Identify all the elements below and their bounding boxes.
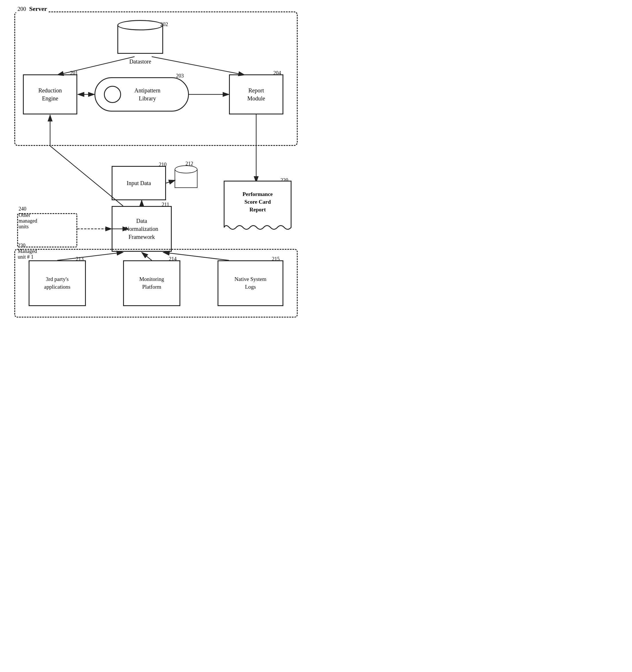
datastore-num-label: 202 (160, 21, 168, 27)
datastore-label: Datastore (130, 58, 151, 65)
native-logs-label: Native SystemLogs (234, 275, 266, 291)
svg-text:Performance: Performance (242, 191, 273, 197)
reduction-engine-box: ReductionEngine (23, 74, 77, 115)
reduction-num-label: 201 (70, 70, 78, 76)
antipattern-num-label: 203 (176, 73, 184, 79)
third-party-box: 3rd party'sapplications (29, 260, 86, 306)
monitoring-label: MonitoringPlatform (139, 275, 164, 291)
monitoring-num-label: 214 (169, 256, 177, 262)
svg-text:Report: Report (250, 207, 266, 213)
pill-inner-circle (104, 86, 121, 103)
other-managed-label: Other (19, 212, 30, 218)
report-num-label: 204 (273, 70, 281, 76)
dnf-num-label: 211 (162, 202, 169, 208)
antipattern-pill: AntipatternLibrary (94, 77, 189, 112)
dnf-box: DataNormalizationFramework (112, 206, 172, 252)
antipattern-wrap: AntipatternLibrary (94, 77, 189, 112)
diagram-container: 200 Server Datastore 202 ReductionEngine… (0, 0, 316, 336)
other-managed-label3: units (19, 224, 29, 230)
perf-svg: Performance Score Card Report (223, 180, 292, 237)
native-logs-box: Native SystemLogs (217, 260, 283, 306)
small-cyl-num-label: 212 (186, 161, 193, 167)
other-managed-label2: managed (19, 218, 37, 224)
server-label: 200 Server (16, 5, 49, 13)
native-num-label: 215 (272, 256, 280, 262)
third-party-label: 3rd party'sapplications (44, 275, 70, 291)
datastore-cylinder (117, 20, 163, 57)
reduction-engine-label: ReductionEngine (38, 87, 62, 102)
small-cylinder-wrap (174, 165, 197, 191)
managed-unit-label2: unit # 1 (18, 254, 33, 260)
other-managed-num-label: 240 (19, 206, 26, 212)
managed-unit-label: Managed (18, 248, 37, 254)
antipattern-label: AntipatternLibrary (134, 87, 160, 102)
monitoring-box: MonitoringPlatform (123, 260, 180, 306)
svg-line-7 (166, 180, 175, 183)
server-title: Server (29, 5, 47, 12)
third-party-num-label: 213 (76, 256, 84, 262)
input-data-label: Input Data (127, 180, 151, 187)
svg-text:Score Card: Score Card (244, 199, 271, 205)
report-module-box: ReportModule (229, 74, 283, 115)
input-num-label: 210 (159, 162, 167, 168)
dnf-label: DataNormalizationFramework (125, 217, 158, 241)
input-data-box: Input Data (112, 166, 166, 200)
small-cylinder (174, 165, 197, 191)
server-num: 200 (18, 6, 26, 12)
report-module-label: ReportModule (247, 87, 265, 102)
cyl-top (117, 20, 163, 30)
